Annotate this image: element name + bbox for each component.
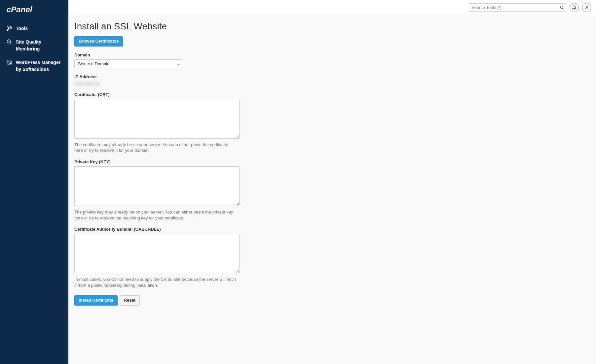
tools-icon	[6, 25, 13, 32]
domain-select[interactable]: Select a Domain	[74, 59, 182, 68]
ip-address-value: XXX.XXX.XX	[74, 81, 256, 86]
cabundle-label: Certificate Authority Bundle: (CABUNDLE)	[74, 227, 256, 232]
search-wrap	[468, 3, 566, 12]
user-icon	[584, 5, 589, 10]
search-input[interactable]	[468, 3, 566, 12]
certificate-help: The certificate may already be on your s…	[74, 142, 236, 153]
sidebar: cPanel Tools Site Quality Monitoring	[0, 0, 68, 364]
private-key-group: Private Key (KEY) The private key may al…	[74, 159, 256, 221]
sidebar-item-tools[interactable]: Tools	[0, 22, 68, 35]
reset-button[interactable]: Reset	[120, 295, 140, 306]
sidebar-item-label: Tools	[16, 25, 62, 32]
sidebar-item-wordpress[interactable]: WordPress Manager by Softaculous	[0, 56, 68, 76]
ip-label: IP Address	[74, 74, 256, 79]
ip-group: IP Address XXX.XXX.XX	[74, 74, 256, 86]
sidebar-item-label: Site Quality Monitoring	[16, 39, 62, 52]
certificate-group: Certificate: (CRT) The certificate may a…	[74, 92, 256, 153]
cabundle-group: Certificate Authority Bundle: (CABUNDLE)…	[74, 227, 256, 288]
svg-line-1	[7, 26, 9, 28]
quality-icon	[6, 39, 13, 45]
user-menu-button[interactable]	[582, 3, 591, 12]
form-actions: Install Certificate Reset	[74, 295, 590, 306]
brand-logo: cPanel	[0, 6, 68, 22]
sidebar-item-site-quality[interactable]: Site Quality Monitoring	[0, 35, 68, 56]
sidebar-item-label: WordPress Manager by Softaculous	[16, 59, 62, 73]
private-key-label: Private Key (KEY)	[74, 159, 256, 164]
cpanel-logo-icon: cPanel	[7, 6, 37, 14]
topbar	[68, 0, 596, 15]
notifications-button[interactable]	[570, 3, 579, 12]
cabundle-help: In most cases, you do not need to supply…	[74, 277, 236, 288]
svg-point-7	[586, 6, 588, 8]
main: Install an SSL Website Browse Certificat…	[68, 0, 596, 364]
browse-certificates-button[interactable]: Browse Certificates	[74, 36, 123, 47]
domain-label: Domain	[74, 52, 256, 57]
svg-text:cPanel: cPanel	[7, 6, 33, 14]
certificate-label: Certificate: (CRT)	[74, 92, 256, 97]
private-key-help: The private key may already be on your s…	[74, 209, 236, 221]
bell-icon	[572, 5, 577, 10]
content: Install an SSL Website Browse Certificat…	[68, 15, 596, 364]
domain-group: Domain Select a Domain ⌄	[74, 52, 256, 68]
certificate-textarea[interactable]	[74, 99, 240, 139]
page-title: Install an SSL Website	[74, 21, 590, 32]
private-key-textarea[interactable]	[74, 166, 240, 206]
wordpress-icon	[6, 59, 13, 66]
svg-line-3	[10, 43, 11, 44]
install-certificate-button[interactable]: Install Certificate	[74, 295, 118, 306]
cabundle-textarea[interactable]	[74, 234, 240, 273]
svg-line-6	[563, 8, 564, 9]
search-icon[interactable]	[560, 5, 564, 10]
